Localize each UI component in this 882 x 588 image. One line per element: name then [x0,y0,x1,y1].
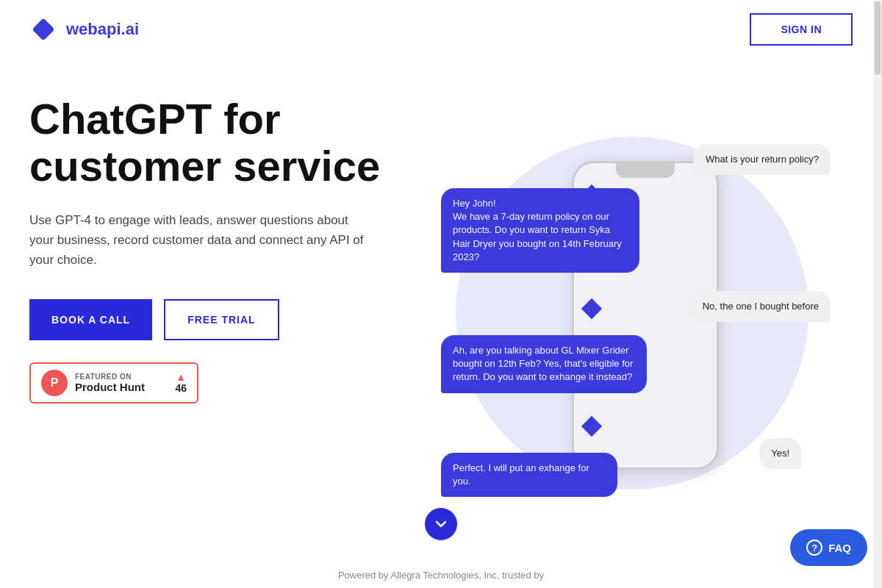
cta-buttons: BOOK A CALL FREE TRIAL [29,299,412,340]
hero-subtitle: Use GPT-4 to engage with leads, answer q… [29,210,368,270]
logo-text: webapi.ai [66,20,139,39]
footer-hint: Powered by Allegra Technologies, Inc, tr… [338,570,544,581]
chat-bubble-6: Perfect. I will put an exhange for you. [441,453,617,497]
ph-triangle-icon: ▲ [176,372,186,382]
ph-vote-count: 46 [175,382,187,394]
ph-name: Product Hunt [75,381,168,393]
header: webapi.ai SIGN IN [0,0,882,59]
ph-votes: ▲ 46 [175,372,187,394]
chat-text-1: What is your return policy? [706,154,819,165]
ph-featured-label: FEATURED ON [75,373,168,381]
chat-bubble-1: What is your return policy? [694,144,831,175]
chevron-down-icon [434,517,448,531]
hero-title: ChatGPT for customer service [29,96,412,190]
chat-container: What is your return policy? Hey John!We … [419,137,845,490]
right-panel: What is your return policy? Hey John!We … [412,74,853,588]
svg-rect-0 [32,18,54,40]
chat-bubble-4: Ah, are you talking about GL Mixer Gride… [441,335,647,393]
left-panel: ChatGPT for customer service Use GPT-4 t… [29,74,412,588]
faq-button[interactable]: ? FAQ [790,529,867,566]
product-hunt-badge[interactable]: P FEATURED ON Product Hunt ▲ 46 [29,362,198,404]
scroll-down-button[interactable] [425,508,457,540]
logo-icon [29,15,57,43]
free-trial-button[interactable]: FREE TRIAL [164,299,279,340]
chat-text-5: Yes! [771,448,789,459]
book-a-call-button[interactable]: BOOK A CALL [29,299,152,340]
chat-text-2: Hey John!We have a 7-day return policy o… [453,198,622,262]
chat-text-6: Perfect. I will put an exhange for you. [453,462,589,487]
chat-bubble-3: No, the one I bought before [691,291,831,322]
product-hunt-text: FEATURED ON Product Hunt [75,373,168,393]
sign-in-button[interactable]: SIGN IN [750,13,853,46]
logo[interactable]: webapi.ai [29,15,139,43]
faq-label: FAQ [828,542,851,554]
chat-text-3: No, the one I bought before [703,301,819,312]
chat-bubble-2: Hey John!We have a 7-day return policy o… [441,188,639,273]
product-hunt-icon: P [41,370,68,396]
chat-bubble-5: Yes! [759,438,801,469]
chat-text-4: Ah, are you talking about GL Mixer Gride… [453,345,633,382]
faq-circle-icon: ? [806,539,822,556]
